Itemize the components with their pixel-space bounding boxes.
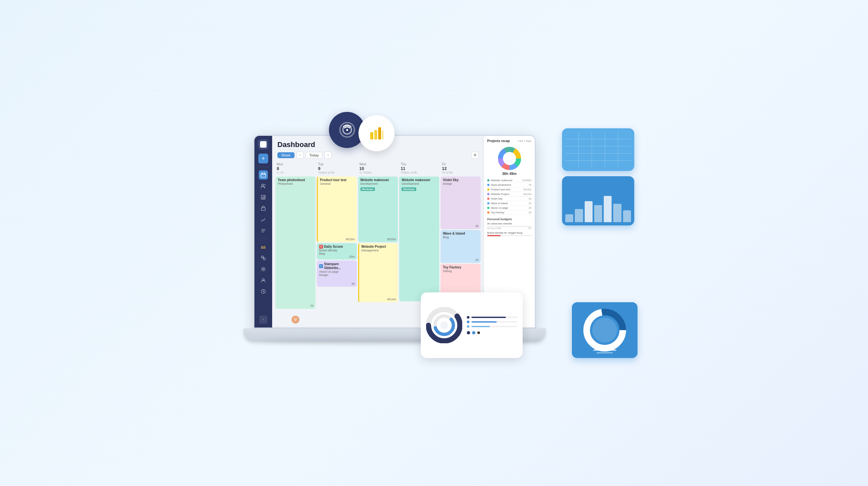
- project-dot: [487, 211, 490, 214]
- sidebar-item-reports[interactable]: [259, 193, 268, 202]
- svg-rect-17: [374, 130, 377, 139]
- settings-button[interactable]: ⚙: [471, 152, 479, 159]
- view-selector[interactable]: Week: [277, 152, 294, 158]
- grid-line: [565, 160, 631, 161]
- event-stampare[interactable]: S Stampare Obbiettiv... About Us page De…: [317, 261, 357, 287]
- svg-point-28: [592, 318, 617, 343]
- svg-point-15: [346, 129, 348, 131]
- pie-chart-svg: [496, 145, 523, 172]
- day-header-mon: Mon 8 ⊙ 7h: [275, 161, 315, 175]
- legend-dot-3: [467, 325, 469, 328]
- pie-decoration-card: [572, 302, 638, 358]
- prev-button[interactable]: ‹: [297, 152, 304, 159]
- powerbi-icon-circle: [359, 115, 395, 151]
- sidebar-item-integrations[interactable]: [259, 253, 268, 262]
- event-daily-scrum[interactable]: D Daily Scrum Brand Identity Blog 15m: [317, 243, 357, 260]
- user-avatar-mon: U: [291, 316, 300, 324]
- project-item-about-us: About Us page 2h: [487, 206, 531, 210]
- sidebar-item-analytics[interactable]: [259, 215, 268, 224]
- svg-rect-19: [382, 131, 383, 139]
- project-dot: [487, 202, 490, 204]
- grid-decoration-card: [562, 128, 634, 171]
- donut-chart-svg: [426, 307, 462, 343]
- sidebar-logo: [258, 139, 269, 150]
- project-item-website-project: Website Project 4h14m: [487, 192, 531, 197]
- sidebar-item-list[interactable]: [259, 226, 268, 235]
- grid-line: [565, 139, 631, 139]
- sidebar-item-projects[interactable]: [259, 204, 268, 213]
- pie-legend-lines: [593, 350, 616, 353]
- grid-col: [592, 132, 592, 168]
- bar-4: [594, 205, 602, 222]
- project-item-team-photoshoot: Team photoshoot 7h: [487, 183, 531, 187]
- grid-line: [565, 146, 631, 147]
- svg-point-8: [262, 268, 264, 270]
- legend-item-1: [467, 316, 517, 319]
- sidebar-item-history[interactable]: [259, 287, 268, 296]
- event-website-project[interactable]: Website Project Management 4h14m: [358, 243, 398, 302]
- svg-point-7: [263, 258, 265, 260]
- event-toy-factory[interactable]: Toy Factory Debug: [440, 264, 480, 297]
- bar-7: [623, 210, 631, 222]
- sidebar-expand-button[interactable]: ›: [259, 316, 267, 324]
- sidebar-item-settings[interactable]: [259, 264, 268, 274]
- bar-6: [613, 204, 621, 222]
- bar-3: [585, 201, 593, 222]
- svg-rect-18: [378, 127, 381, 139]
- pie-deco-svg: [583, 309, 626, 352]
- event-product-tour[interactable]: Product tour test General 5h15m: [317, 176, 357, 242]
- sidebar-item-users[interactable]: [259, 182, 268, 191]
- bar-5: [604, 196, 612, 222]
- stampare-icon: S: [319, 264, 323, 268]
- grid-col: [605, 132, 605, 168]
- day-header-tue: Tue 9 7h30m of 8h: [317, 161, 357, 175]
- col-mon: Team photoshoot Photoshoot 7h U: [275, 176, 315, 328]
- legend-dot-1: [467, 316, 469, 319]
- project-list: Website makeover 11h05m Team photoshoot …: [487, 178, 531, 215]
- project-item-toy-factory: Toy Factory 2h: [487, 210, 531, 215]
- bar-chart-deco: [565, 196, 631, 222]
- project-dot: [487, 207, 490, 209]
- recap-period: Last 7 days: [518, 139, 531, 142]
- day-header-thu: Thu 11 7h40m of 8h: [399, 161, 439, 175]
- sidebar-item-crown[interactable]: [259, 242, 268, 251]
- divider-1: [258, 167, 269, 167]
- project-item-product-tour: Product tour test 5h15m: [487, 187, 531, 192]
- divider-2: [258, 238, 269, 239]
- svg-rect-5: [261, 208, 265, 210]
- calendar-header: Mon 8 ⊙ 7h Tue 9 7h30m of 8h Wed: [275, 161, 480, 175]
- event-website-makeover-thu[interactable]: Website makeover Development Mockups 7h4…: [399, 176, 439, 301]
- budget-item-brand-identity: Brand Identity for Veggie Burg:: [487, 231, 531, 236]
- project-item-violet-sky: Violet Sky 3h: [487, 197, 531, 201]
- total-time: 36h 49m: [502, 172, 517, 175]
- project-item-wave-island: Wave & Island 2h: [487, 201, 531, 206]
- grid-line: [565, 153, 631, 154]
- event-violet-sky[interactable]: Violet Sky Design 3h: [440, 176, 480, 229]
- grid-col: [579, 132, 579, 168]
- project-item-website-makeover: Website makeover 11h05m: [487, 178, 531, 183]
- donut-legend: [467, 316, 517, 334]
- bar-2: [575, 209, 583, 222]
- sidebar-item-calendar[interactable]: [259, 170, 268, 180]
- sidebar: +: [254, 136, 272, 328]
- right-decoration-cards: [562, 128, 634, 225]
- legend-dot-2: [467, 321, 469, 323]
- event-website-makeover-wed[interactable]: Website makeover Development Mockups 3h2…: [358, 176, 398, 242]
- svg-point-24: [440, 321, 448, 329]
- pie-container: 36h 49m: [487, 145, 531, 175]
- event-wave-island[interactable]: Wave & Island Blog 2h: [440, 230, 480, 263]
- next-button[interactable]: ›: [324, 152, 332, 159]
- bar-chart-decoration-card: [562, 176, 634, 225]
- event-team-photoshoot[interactable]: Team photoshoot Photoshoot 7h: [275, 176, 315, 309]
- project-dot: [487, 198, 490, 200]
- today-button[interactable]: Today: [306, 152, 322, 159]
- sidebar-item-profile[interactable]: [259, 276, 268, 285]
- recap-title: Projects recap: [487, 139, 510, 143]
- add-button[interactable]: +: [258, 154, 268, 163]
- budgets-section-title: Personal budgets: [487, 218, 531, 221]
- recap-header: Projects recap Last 7 days: [487, 139, 531, 143]
- scrum-icon: D: [319, 245, 323, 249]
- svg-rect-16: [370, 132, 373, 139]
- legend-item-2: [467, 321, 517, 323]
- svg-point-1: [262, 144, 264, 145]
